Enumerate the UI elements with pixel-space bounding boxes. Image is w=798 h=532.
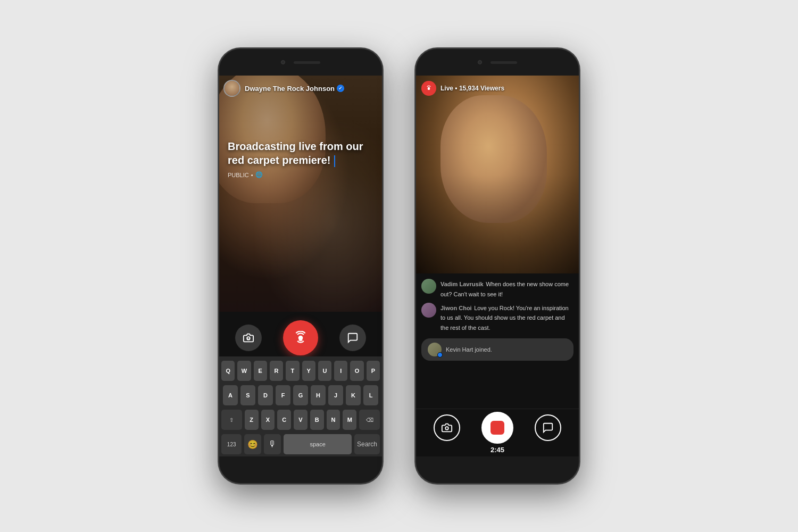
visibility-text: PUBLIC: [228, 172, 249, 178]
phone-2-camera-icon: [478, 60, 482, 64]
phone-1-video-bg: [219, 76, 382, 323]
key-k[interactable]: K: [346, 385, 361, 405]
live-caption: Broadcasting live from our red carpet pr…: [228, 139, 373, 178]
chat-bubble-1: Vadim Lavrusik When does the new show co…: [440, 279, 573, 298]
joined-text: Kevin Hart joined.: [446, 346, 492, 353]
key-m[interactable]: M: [343, 410, 356, 430]
key-s[interactable]: S: [240, 385, 255, 405]
vadim-avatar: [421, 279, 436, 294]
crowd-overlay: [416, 174, 579, 273]
keyboard: Q W E R T Y U I O P A S D F G: [219, 356, 382, 456]
key-c[interactable]: C: [277, 410, 291, 430]
key-q[interactable]: Q: [221, 361, 235, 381]
key-r[interactable]: R: [270, 361, 283, 381]
key-search[interactable]: Search: [354, 434, 380, 454]
user-name-text: Dwayne The Rock Johnson: [245, 85, 335, 93]
svg-point-2: [428, 87, 430, 90]
keyboard-row-3: ⇧ Z X C V B N M ⌫: [221, 410, 380, 430]
key-i[interactable]: I: [334, 361, 347, 381]
key-a[interactable]: A: [223, 385, 238, 405]
key-l[interactable]: L: [363, 385, 378, 405]
kevin-name: Kevin Hart: [446, 346, 473, 353]
live-label: Live • 15,934 Viewers: [440, 85, 504, 92]
live-text: Live: [440, 85, 453, 92]
kevin-avatar: [428, 343, 442, 356]
avatar: [223, 80, 240, 97]
key-emoji[interactable]: 😊: [244, 434, 261, 454]
text-cursor: [334, 155, 335, 167]
key-space[interactable]: space: [284, 434, 352, 454]
key-y[interactable]: Y: [302, 361, 315, 381]
key-d[interactable]: D: [258, 385, 273, 405]
comment-button[interactable]: [339, 325, 366, 351]
key-delete[interactable]: ⌫: [359, 410, 380, 430]
comment-button-2[interactable]: [535, 414, 561, 441]
phone-1-top: [219, 49, 382, 76]
chat-bubble-2: Jiwon Choi Love you Rock! You're an insp…: [440, 303, 573, 332]
live-icon: [421, 81, 436, 96]
bullet: •: [251, 172, 253, 178]
key-g[interactable]: G: [293, 385, 308, 405]
key-w[interactable]: W: [237, 361, 251, 381]
phone-2: Live • 15,934 Viewers Vadim Lavrusik Whe…: [415, 48, 580, 484]
vadim-name: Vadim Lavrusik: [440, 281, 484, 287]
key-b[interactable]: B: [310, 410, 324, 430]
keyboard-bottom-row: 123 😊 🎙 space Search: [221, 434, 380, 454]
phone-speaker: [294, 61, 320, 64]
keyboard-row-1: Q W E R T Y U I O P: [221, 361, 380, 381]
key-x[interactable]: X: [261, 410, 275, 430]
chat-message-2: Jiwon Choi Love you Rock! You're an insp…: [421, 303, 573, 332]
key-z[interactable]: Z: [245, 410, 259, 430]
camera-flip-button-2[interactable]: [434, 414, 460, 441]
go-live-button[interactable]: [283, 320, 318, 355]
user-name: Dwayne The Rock Johnson ✓: [245, 85, 344, 93]
stop-record-button[interactable]: [481, 412, 513, 444]
control-buttons-row-2: [434, 412, 561, 444]
key-u[interactable]: U: [318, 361, 331, 381]
caption-text: Broadcasting live from our red carpet pr…: [228, 139, 373, 167]
joined-notification: Kevin Hart joined.: [421, 338, 573, 361]
phone-1-screen: Dwayne The Rock Johnson ✓ Broadcasting l…: [219, 76, 382, 456]
camera-flip-button[interactable]: [235, 325, 262, 351]
control-buttons-row: [235, 320, 366, 355]
key-n[interactable]: N: [327, 410, 340, 430]
caption-line1: Broadcasting live from our: [228, 140, 363, 152]
avatar-image: [225, 81, 239, 96]
phone-1: Dwayne The Rock Johnson ✓ Broadcasting l…: [218, 48, 383, 484]
key-p[interactable]: P: [367, 361, 380, 381]
key-123[interactable]: 123: [221, 434, 242, 454]
phone-2-bottom: [416, 456, 579, 483]
key-o[interactable]: O: [350, 361, 363, 381]
live-badge: Live • 15,934 Viewers: [421, 81, 504, 96]
svg-point-1: [298, 336, 303, 340]
key-shift[interactable]: ⇧: [221, 410, 242, 430]
globe-icon: 🌐: [255, 171, 263, 178]
key-v[interactable]: V: [294, 410, 307, 430]
phone-1-header: Dwayne The Rock Johnson ✓: [223, 80, 344, 97]
chat-message-1: Vadim Lavrusik When does the new show co…: [421, 279, 573, 298]
jiwon-avatar: [421, 303, 436, 318]
kevin-joined: joined.: [475, 346, 492, 353]
key-h[interactable]: H: [311, 385, 326, 405]
key-j[interactable]: J: [328, 385, 343, 405]
key-e[interactable]: E: [254, 361, 267, 381]
jiwon-name: Jiwon Choi: [440, 305, 472, 311]
svg-point-3: [445, 427, 448, 430]
chat-area: Vadim Lavrusik When does the new show co…: [416, 273, 579, 409]
phone-2-controls: 2:45: [416, 409, 579, 456]
phone-2-speaker: [491, 61, 517, 64]
kevin-verified-badge: [437, 352, 443, 358]
phone-1-bottom: [219, 456, 382, 483]
key-f[interactable]: F: [276, 385, 290, 405]
record-stop-icon: [491, 421, 504, 435]
caption-line2: red carpet premiere!: [228, 154, 330, 166]
phone-camera-icon: [281, 60, 285, 64]
key-t[interactable]: T: [286, 361, 299, 381]
key-mic[interactable]: 🎙: [264, 434, 281, 454]
keyboard-row-2: A S D F G H J K L: [221, 385, 380, 405]
phone-2-content: Live • 15,934 Viewers Vadim Lavrusik Whe…: [416, 76, 579, 456]
live-video: Live • 15,934 Viewers: [416, 76, 579, 273]
live-separator: •: [455, 85, 459, 92]
viewer-count: 15,934 Viewers: [459, 85, 504, 92]
verified-badge: ✓: [337, 85, 344, 92]
